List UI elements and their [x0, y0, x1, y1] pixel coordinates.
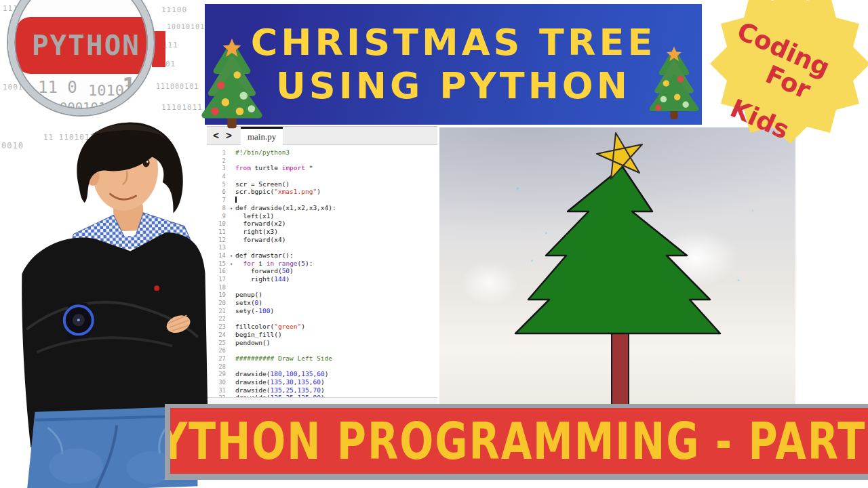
binary-text: 111000101 [156, 83, 199, 90]
christmas-tree-emoji [648, 42, 701, 125]
footer-title: PYTHON PROGRAMMING - PART 9 [170, 411, 868, 471]
code-text: scr.bgpic("xmas1.png") [235, 188, 321, 195]
python-logo-label: PYTHON [32, 29, 140, 62]
code-line[interactable]: 2 [207, 155, 437, 163]
code-line[interactable]: 6scr.bgpic("xmas1.png") [207, 186, 437, 195]
code-line[interactable]: 8▾def drawside(x1,x2,x3,x4): [207, 203, 437, 211]
code-line[interactable]: 18 [207, 282, 437, 290]
code-token: * [309, 164, 313, 171]
text-cursor [235, 197, 237, 203]
turtle-tree-drawing [439, 127, 795, 405]
code-text: ########## Draw Left Side [235, 354, 332, 362]
code-line[interactable]: 31drawside(135,25,135,70) [207, 385, 437, 393]
code-token: scr.bgpic( [235, 188, 274, 195]
code-line[interactable]: 25pendown() [207, 338, 437, 346]
code-line[interactable]: 19penup() [207, 289, 437, 298]
thumbnail-page: 111 0101 11100 10010101 111 01 111000101… [0, 0, 868, 488]
code-line[interactable]: 24begin_fill() [207, 329, 437, 338]
title-line-1: CHRISTMAS TREE [251, 21, 656, 64]
binary-text: 11100 [161, 5, 187, 14]
tree-body [515, 167, 720, 333]
code-token: ) [271, 307, 275, 314]
code-line[interactable]: 1#!/bin/python3 [207, 147, 437, 155]
code-line[interactable]: 21sety(-100) [207, 306, 437, 314]
code-token: ) [290, 267, 294, 274]
code-line[interactable]: 27########## Draw Left Side [207, 353, 437, 361]
binary-text: 11101011 [161, 103, 203, 112]
code-editor: < > main.py 1#!/bin/python323from turtle… [207, 126, 437, 405]
christmas-tree-emoji [199, 38, 264, 130]
turtle-canvas [439, 127, 795, 405]
binary-text: 11 0 [38, 78, 77, 97]
code-line[interactable]: 3from turtle import * [207, 163, 437, 171]
code-line[interactable]: 13 [207, 242, 437, 250]
code-line[interactable]: 20setx(0) [207, 298, 437, 306]
code-line[interactable]: 4 [207, 171, 437, 179]
code-line[interactable]: 15▾ for i in range(5): [207, 258, 437, 266]
code-line[interactable]: 22 [207, 313, 437, 321]
code-line[interactable]: 29drawside(180,100,135,60) [207, 369, 437, 377]
code-token: turtle [255, 164, 282, 171]
code-token: ): [305, 260, 313, 267]
code-line[interactable]: 28 [207, 361, 437, 369]
title-banner: CHRISTMAS TREE USING PYTHON [205, 4, 702, 125]
code-token: import [282, 164, 309, 171]
code-text: from turtle import * [235, 164, 313, 171]
code-token: #!/bin/python3 [235, 148, 290, 156]
code-line[interactable]: 30drawside(135,30,135,60) [207, 377, 437, 385]
code-token: ) [285, 275, 290, 283]
code-token: pendown() [235, 339, 270, 346]
code-token: sety( [235, 307, 255, 314]
code-line[interactable]: 11 right(x3) [207, 226, 437, 235]
code-line[interactable]: 23fillcolor("green") [207, 321, 437, 329]
code-line[interactable]: 16 forward(50) [207, 266, 437, 274]
code-token: forward(x4) [235, 236, 285, 243]
code-line[interactable]: 9 left(x1) [207, 211, 437, 219]
binary-text: 10010101 [167, 23, 205, 30]
footer-banner: PYTHON PROGRAMMING - PART 9 [170, 408, 868, 474]
code-token: from [235, 164, 255, 171]
code-text: sety(-100) [235, 307, 274, 314]
code-line[interactable]: 14▾def drawstar(): [207, 250, 437, 258]
code-line[interactable]: 12 forward(x4) [207, 235, 437, 243]
code-token: ) [301, 323, 305, 330]
code-line[interactable]: 10 forward(x2) [207, 218, 437, 226]
binary-text: 01 [165, 60, 176, 68]
code-token: right( [235, 275, 274, 283]
code-line[interactable]: 7 [207, 195, 437, 203]
code-text: pendown() [235, 339, 270, 346]
tree-trunk [612, 332, 629, 405]
code-lines: 1#!/bin/python323from turtle import *45s… [207, 145, 437, 401]
code-text: forward(x4) [235, 236, 285, 243]
code-line[interactable]: 5scr = Screen() [207, 179, 437, 187]
python-logo-chip: PYTHON [16, 17, 154, 74]
code-line[interactable]: 17 right(144) [207, 274, 437, 282]
code-token: ) [317, 188, 321, 195]
title-line-2: USING PYTHON [276, 64, 631, 108]
code-token: ########## Draw Left Side [235, 354, 332, 362]
python-chip-extension [152, 31, 165, 67]
code-text: right(144) [235, 275, 290, 283]
code-token: "xmas1.png" [274, 188, 317, 195]
code-token: ) [325, 370, 329, 378]
nav-forward-icon[interactable]: > [222, 129, 235, 142]
code-token: -100 [255, 307, 271, 314]
code-text: #!/bin/python3 [235, 148, 290, 156]
code-token: 144 [274, 275, 285, 283]
